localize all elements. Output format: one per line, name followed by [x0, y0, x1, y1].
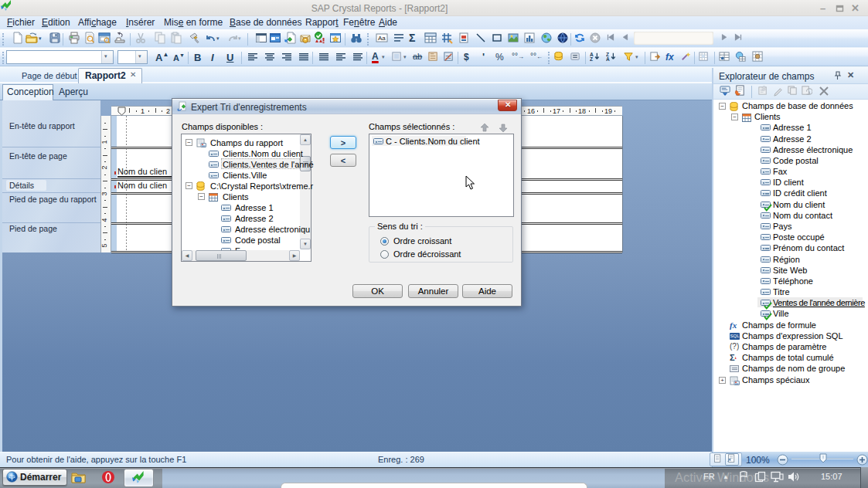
- svg-text:Z: Z: [590, 56, 593, 62]
- svg-text:Aa: Aa: [378, 35, 386, 42]
- svg-text:A: A: [606, 56, 610, 62]
